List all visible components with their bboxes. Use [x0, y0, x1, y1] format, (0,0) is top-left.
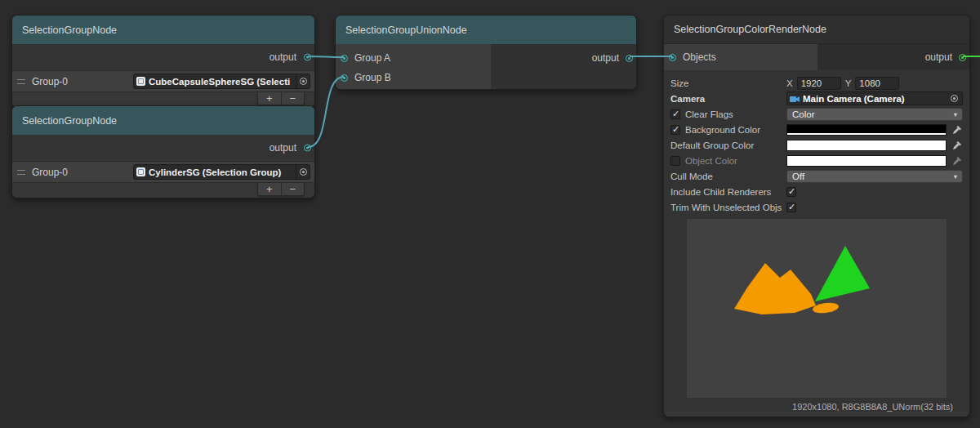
size-y-input[interactable] [855, 77, 899, 90]
input-port-objects[interactable] [669, 54, 676, 61]
group-name-label: Group-0 [32, 76, 127, 87]
background-color-checkbox[interactable]: ✓ [670, 125, 680, 135]
group-row[interactable]: Group-0 CubeCapsuleSphereSG (Selecti [12, 70, 314, 92]
port-dot [671, 56, 674, 59]
object-color-checkbox[interactable]: ✓ [670, 156, 680, 166]
default-group-color-swatch[interactable] [786, 140, 947, 151]
group-row[interactable]: Group-0 CylinderSG (Selection Group) [12, 161, 314, 183]
group-name-label: Group-0 [32, 167, 127, 178]
clear-flags-dropdown[interactable]: Color ▾ [786, 108, 963, 121]
node-title: SelectionGroupColorRenderNode [674, 24, 826, 35]
node-title-bar[interactable]: SelectionGroupColorRenderNode [664, 16, 969, 44]
output-port[interactable] [304, 54, 311, 61]
node-selection-group-union[interactable]: SelectionGroupUnionNode Group A Group B … [335, 15, 637, 90]
preview-mountain-shape [734, 263, 816, 314]
include-child-renderers-checkbox[interactable]: ✓ [786, 187, 796, 197]
background-color-label: ✓ Background Color [670, 125, 783, 135]
eyedropper-icon[interactable] [951, 124, 963, 136]
camera-label: Camera [670, 94, 783, 104]
camera-object-field[interactable]: Main Camera (Camera) [786, 91, 963, 105]
input-port-group-b[interactable] [341, 74, 348, 82]
add-group-button[interactable]: + [258, 92, 281, 105]
port-dot [628, 57, 630, 60]
clear-flags-label: ✓ Clear Flags [670, 109, 783, 119]
selection-group-object-field[interactable]: CubeCapsuleSphereSG (Selecti [133, 74, 310, 89]
eyedropper-icon[interactable] [951, 140, 963, 151]
object-field-value: CylinderSG (Selection Group) [149, 167, 292, 177]
drag-handle-icon[interactable] [17, 79, 25, 84]
remove-group-button[interactable]: − [281, 92, 305, 105]
field-include-child-renderers: Include Child Renderers ✓ [670, 184, 963, 199]
field-cull-mode: Cull Mode Off ▾ [670, 168, 963, 184]
output-row: output [12, 44, 314, 70]
field-clear-flags: ✓ Clear Flags Color ▾ [670, 106, 963, 122]
picker-dot [953, 97, 956, 100]
label-text: Trim With Unselected Objs [670, 203, 782, 212]
object-color-swatch[interactable] [786, 155, 947, 167]
clear-flags-checkbox[interactable]: ✓ [670, 109, 680, 119]
output-row: output [12, 135, 314, 161]
node-title-bar[interactable]: SelectionGroupUnionNode [336, 16, 636, 44]
node-body: Group A Group B output [336, 44, 636, 90]
size-x-input[interactable] [797, 77, 841, 90]
cull-mode-dropdown[interactable]: Off ▾ [786, 170, 963, 183]
node-selection-group-color-render[interactable]: SelectionGroupColorRenderNode Objects ou… [663, 15, 970, 417]
chevron-down-icon: ▾ [954, 110, 957, 118]
selection-group-object-field[interactable]: CylinderSG (Selection Group) [133, 164, 310, 180]
output-port[interactable] [959, 54, 966, 61]
object-picker-icon[interactable] [948, 92, 960, 105]
picker-dot [302, 171, 305, 173]
object-picker-icon[interactable] [296, 165, 310, 179]
check-icon: ✓ [672, 125, 679, 135]
trim-with-unselected-label: Trim With Unselected Objs [670, 203, 783, 212]
field-camera: Camera Main Camera (Camera) [670, 91, 963, 106]
output-row: output [817, 44, 969, 70]
object-picker-icon[interactable] [296, 74, 310, 88]
object-field-value: CubeCapsuleSphereSG (Selecti [149, 77, 292, 87]
trim-with-unselected-checkbox[interactable]: ✓ [786, 203, 796, 212]
eyedropper-icon[interactable] [951, 155, 963, 167]
input-port-label: Group B [354, 72, 391, 83]
input-port-group-a[interactable] [341, 55, 348, 62]
preview-triangle-shape [815, 246, 870, 301]
node-selection-group-2[interactable]: SelectionGroupNode output Group-0 Cylind… [11, 105, 315, 198]
port-dot [343, 57, 345, 60]
graph-canvas[interactable]: SelectionGroupNode output Group-0 CubeCa… [0, 0, 980, 428]
x-axis-label: X [786, 78, 793, 88]
picker-ring [951, 95, 958, 102]
node-title-bar[interactable]: SelectionGroupNode [12, 16, 314, 44]
background-color-swatch[interactable] [786, 124, 947, 136]
render-preview-image [687, 219, 947, 398]
input-port-label: Objects [683, 51, 716, 63]
check-icon: ✓ [788, 202, 795, 212]
remove-group-button[interactable]: − [281, 183, 305, 195]
output-port[interactable] [304, 145, 311, 152]
label-text: Camera [670, 94, 705, 104]
y-axis-label: Y [845, 78, 852, 88]
drag-handle-icon[interactable] [17, 170, 25, 175]
node-selection-group-1[interactable]: SelectionGroupNode output Group-0 CubeCa… [11, 15, 315, 108]
output-port[interactable] [626, 55, 633, 62]
input-row-objects: Objects [664, 44, 817, 70]
label-text: Background Color [685, 125, 760, 135]
node-title-bar[interactable]: SelectionGroupNode [12, 106, 314, 135]
check-icon: ✓ [788, 186, 795, 197]
add-remove-bar: + − [257, 92, 305, 105]
add-group-button[interactable]: + [258, 183, 281, 195]
label-text: Cull Mode [670, 172, 713, 181]
output-port-label: output [592, 52, 619, 64]
clear-flags-controls: Color ▾ [786, 108, 963, 121]
size-controls: X Y [786, 77, 963, 90]
field-background-color: ✓ Background Color [670, 122, 963, 137]
selection-group-asset-icon [136, 77, 145, 86]
camera-value: Main Camera (Camera) [803, 94, 905, 104]
alpha-bar [787, 164, 946, 166]
add-remove-bar: + − [257, 183, 305, 196]
field-default-group-color: Default Group Color [670, 137, 963, 153]
include-child-renderers-controls: ✓ [786, 187, 963, 197]
object-color-label: ✓ Object Color [670, 156, 783, 166]
output-port-label: output [270, 51, 296, 63]
node-title: SelectionGroupUnionNode [345, 25, 467, 36]
cull-mode-label: Cull Mode [670, 172, 783, 181]
camera-controls: Main Camera (Camera) [786, 91, 963, 105]
